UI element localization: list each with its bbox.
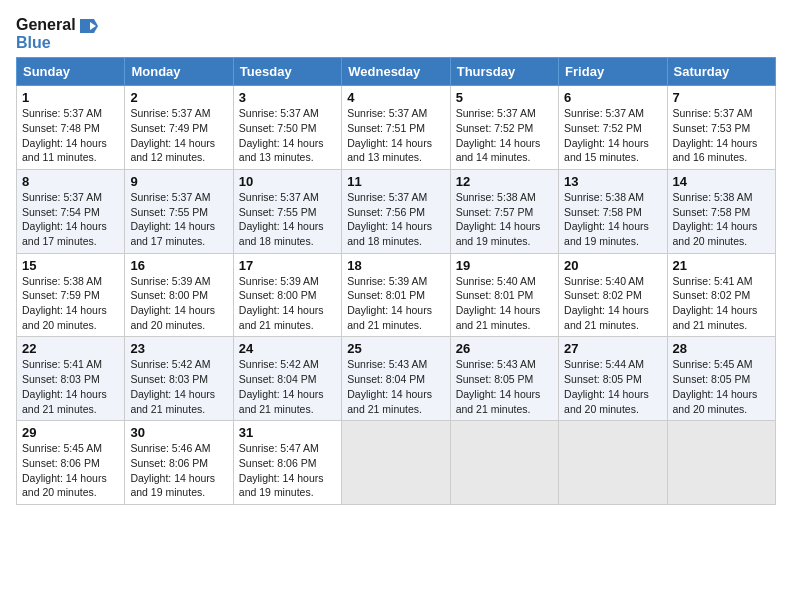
calendar-cell: 17Sunrise: 5:39 AMSunset: 8:00 PMDayligh… (233, 253, 341, 337)
day-info: Sunrise: 5:43 AMSunset: 8:04 PMDaylight:… (347, 357, 444, 416)
day-number: 31 (239, 425, 336, 440)
day-number: 16 (130, 258, 227, 273)
day-info: Sunrise: 5:37 AMSunset: 7:56 PMDaylight:… (347, 190, 444, 249)
calendar-cell: 11Sunrise: 5:37 AMSunset: 7:56 PMDayligh… (342, 169, 450, 253)
calendar-day-header: Sunday (17, 58, 125, 86)
calendar-cell: 31Sunrise: 5:47 AMSunset: 8:06 PMDayligh… (233, 421, 341, 505)
day-number: 29 (22, 425, 119, 440)
day-number: 27 (564, 341, 661, 356)
day-info: Sunrise: 5:38 AMSunset: 7:57 PMDaylight:… (456, 190, 553, 249)
calendar-cell: 16Sunrise: 5:39 AMSunset: 8:00 PMDayligh… (125, 253, 233, 337)
day-info: Sunrise: 5:40 AMSunset: 8:01 PMDaylight:… (456, 274, 553, 333)
calendar-day-header: Thursday (450, 58, 558, 86)
calendar-cell: 27Sunrise: 5:44 AMSunset: 8:05 PMDayligh… (559, 337, 667, 421)
day-info: Sunrise: 5:37 AMSunset: 7:53 PMDaylight:… (673, 106, 770, 165)
calendar-cell: 7Sunrise: 5:37 AMSunset: 7:53 PMDaylight… (667, 86, 775, 170)
day-info: Sunrise: 5:40 AMSunset: 8:02 PMDaylight:… (564, 274, 661, 333)
day-number: 1 (22, 90, 119, 105)
day-info: Sunrise: 5:37 AMSunset: 7:55 PMDaylight:… (130, 190, 227, 249)
day-info: Sunrise: 5:38 AMSunset: 7:58 PMDaylight:… (673, 190, 770, 249)
day-number: 6 (564, 90, 661, 105)
calendar-cell: 18Sunrise: 5:39 AMSunset: 8:01 PMDayligh… (342, 253, 450, 337)
day-info: Sunrise: 5:38 AMSunset: 7:59 PMDaylight:… (22, 274, 119, 333)
calendar-cell: 4Sunrise: 5:37 AMSunset: 7:51 PMDaylight… (342, 86, 450, 170)
day-number: 19 (456, 258, 553, 273)
calendar-cell: 15Sunrise: 5:38 AMSunset: 7:59 PMDayligh… (17, 253, 125, 337)
calendar-day-header: Saturday (667, 58, 775, 86)
calendar-cell: 6Sunrise: 5:37 AMSunset: 7:52 PMDaylight… (559, 86, 667, 170)
day-number: 25 (347, 341, 444, 356)
day-number: 10 (239, 174, 336, 189)
day-number: 18 (347, 258, 444, 273)
calendar-week-row: 15Sunrise: 5:38 AMSunset: 7:59 PMDayligh… (17, 253, 776, 337)
calendar-cell: 9Sunrise: 5:37 AMSunset: 7:55 PMDaylight… (125, 169, 233, 253)
day-info: Sunrise: 5:37 AMSunset: 7:49 PMDaylight:… (130, 106, 227, 165)
day-number: 22 (22, 341, 119, 356)
day-info: Sunrise: 5:47 AMSunset: 8:06 PMDaylight:… (239, 441, 336, 500)
day-info: Sunrise: 5:43 AMSunset: 8:05 PMDaylight:… (456, 357, 553, 416)
day-info: Sunrise: 5:46 AMSunset: 8:06 PMDaylight:… (130, 441, 227, 500)
day-number: 15 (22, 258, 119, 273)
calendar-cell: 24Sunrise: 5:42 AMSunset: 8:04 PMDayligh… (233, 337, 341, 421)
calendar-day-header: Tuesday (233, 58, 341, 86)
day-number: 21 (673, 258, 770, 273)
calendar-day-header: Monday (125, 58, 233, 86)
header: General Blue (16, 16, 776, 51)
day-info: Sunrise: 5:41 AMSunset: 8:03 PMDaylight:… (22, 357, 119, 416)
calendar-cell: 25Sunrise: 5:43 AMSunset: 8:04 PMDayligh… (342, 337, 450, 421)
calendar-cell: 10Sunrise: 5:37 AMSunset: 7:55 PMDayligh… (233, 169, 341, 253)
calendar-cell: 2Sunrise: 5:37 AMSunset: 7:49 PMDaylight… (125, 86, 233, 170)
calendar-cell: 14Sunrise: 5:38 AMSunset: 7:58 PMDayligh… (667, 169, 775, 253)
calendar-cell: 19Sunrise: 5:40 AMSunset: 8:01 PMDayligh… (450, 253, 558, 337)
logo: General Blue (16, 16, 98, 51)
calendar-cell: 26Sunrise: 5:43 AMSunset: 8:05 PMDayligh… (450, 337, 558, 421)
day-number: 4 (347, 90, 444, 105)
calendar-cell: 30Sunrise: 5:46 AMSunset: 8:06 PMDayligh… (125, 421, 233, 505)
calendar-cell: 12Sunrise: 5:38 AMSunset: 7:57 PMDayligh… (450, 169, 558, 253)
day-info: Sunrise: 5:37 AMSunset: 7:50 PMDaylight:… (239, 106, 336, 165)
day-info: Sunrise: 5:44 AMSunset: 8:05 PMDaylight:… (564, 357, 661, 416)
calendar-cell: 5Sunrise: 5:37 AMSunset: 7:52 PMDaylight… (450, 86, 558, 170)
day-info: Sunrise: 5:37 AMSunset: 7:52 PMDaylight:… (564, 106, 661, 165)
day-info: Sunrise: 5:39 AMSunset: 8:00 PMDaylight:… (130, 274, 227, 333)
calendar-cell (667, 421, 775, 505)
day-number: 26 (456, 341, 553, 356)
day-number: 9 (130, 174, 227, 189)
day-info: Sunrise: 5:37 AMSunset: 7:48 PMDaylight:… (22, 106, 119, 165)
day-info: Sunrise: 5:37 AMSunset: 7:51 PMDaylight:… (347, 106, 444, 165)
calendar-week-row: 8Sunrise: 5:37 AMSunset: 7:54 PMDaylight… (17, 169, 776, 253)
calendar-week-row: 29Sunrise: 5:45 AMSunset: 8:06 PMDayligh… (17, 421, 776, 505)
day-number: 13 (564, 174, 661, 189)
calendar-cell: 21Sunrise: 5:41 AMSunset: 8:02 PMDayligh… (667, 253, 775, 337)
day-number: 28 (673, 341, 770, 356)
day-info: Sunrise: 5:38 AMSunset: 7:58 PMDaylight:… (564, 190, 661, 249)
calendar-table: SundayMondayTuesdayWednesdayThursdayFrid… (16, 57, 776, 505)
day-number: 30 (130, 425, 227, 440)
day-info: Sunrise: 5:42 AMSunset: 8:04 PMDaylight:… (239, 357, 336, 416)
calendar-body: 1Sunrise: 5:37 AMSunset: 7:48 PMDaylight… (17, 86, 776, 505)
day-number: 20 (564, 258, 661, 273)
calendar-day-header: Wednesday (342, 58, 450, 86)
day-info: Sunrise: 5:37 AMSunset: 7:55 PMDaylight:… (239, 190, 336, 249)
calendar-week-row: 22Sunrise: 5:41 AMSunset: 8:03 PMDayligh… (17, 337, 776, 421)
day-number: 8 (22, 174, 119, 189)
calendar-cell (559, 421, 667, 505)
day-number: 11 (347, 174, 444, 189)
calendar-cell: 28Sunrise: 5:45 AMSunset: 8:05 PMDayligh… (667, 337, 775, 421)
calendar-cell: 20Sunrise: 5:40 AMSunset: 8:02 PMDayligh… (559, 253, 667, 337)
calendar-header-row: SundayMondayTuesdayWednesdayThursdayFrid… (17, 58, 776, 86)
calendar-cell: 3Sunrise: 5:37 AMSunset: 7:50 PMDaylight… (233, 86, 341, 170)
calendar-cell: 23Sunrise: 5:42 AMSunset: 8:03 PMDayligh… (125, 337, 233, 421)
day-number: 14 (673, 174, 770, 189)
day-number: 7 (673, 90, 770, 105)
day-number: 5 (456, 90, 553, 105)
day-info: Sunrise: 5:37 AMSunset: 7:54 PMDaylight:… (22, 190, 119, 249)
calendar-cell: 8Sunrise: 5:37 AMSunset: 7:54 PMDaylight… (17, 169, 125, 253)
day-number: 17 (239, 258, 336, 273)
day-number: 2 (130, 90, 227, 105)
day-number: 24 (239, 341, 336, 356)
calendar-cell: 13Sunrise: 5:38 AMSunset: 7:58 PMDayligh… (559, 169, 667, 253)
day-number: 12 (456, 174, 553, 189)
calendar-cell: 29Sunrise: 5:45 AMSunset: 8:06 PMDayligh… (17, 421, 125, 505)
calendar-week-row: 1Sunrise: 5:37 AMSunset: 7:48 PMDaylight… (17, 86, 776, 170)
